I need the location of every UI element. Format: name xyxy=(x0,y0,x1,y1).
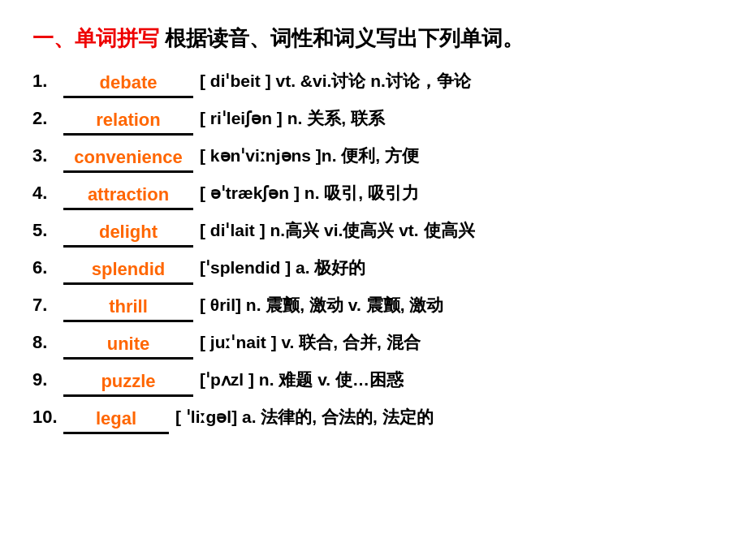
blank-word: relation xyxy=(63,106,193,136)
definition: [ˈpʌzl ] n. 难题 v. 使…困惑 xyxy=(200,367,715,393)
word-item: 5.delight[ diˈlait ] n.高兴 vi.使高兴 vt. 使高兴 xyxy=(32,217,715,246)
item-number: 2. xyxy=(32,105,63,131)
title-highlighted: 单词拼写 xyxy=(75,26,159,50)
item-number: 8. xyxy=(32,329,63,355)
word-item: 1.debate[ diˈbeit ] vt. &vi.讨论 n.讨论，争论 xyxy=(32,67,715,97)
word-item: 6.splendid[ˈsplendid ] a. 极好的 xyxy=(32,254,715,283)
word-list: 1.debate[ diˈbeit ] vt. &vi.讨论 n.讨论，争论2.… xyxy=(32,67,715,433)
definition: [ diˈbeit ] vt. &vi.讨论 n.讨论，争论 xyxy=(200,68,715,94)
blank-word: legal xyxy=(63,405,169,434)
item-number: 3. xyxy=(32,142,63,169)
item-number: 7. xyxy=(32,291,63,318)
definition: [ kənˈviːnjəns ]n. 便利, 方便 xyxy=(200,143,715,169)
word-item: 7.thrill[ θril] n. 震颤, 激动 v. 震颤, 激动 xyxy=(32,291,715,321)
title-prefix: 一、 xyxy=(32,26,75,50)
blank-word: delight xyxy=(63,218,193,248)
word-item: 10.legal[ ˈliːgəl] a. 法律的, 合法的, 法定的 xyxy=(32,403,715,433)
word-item: 9.puzzle[ˈpʌzl ] n. 难题 v. 使…困惑 xyxy=(32,366,715,395)
definition: [ θril] n. 震颤, 激动 v. 震颤, 激动 xyxy=(200,292,715,318)
blank-word: thrill xyxy=(63,293,193,322)
item-number: 9. xyxy=(32,366,63,393)
blank-word: convenience xyxy=(63,144,193,173)
title-line: 一、单词拼写 根据读音、词性和词义写出下列单词。 xyxy=(32,24,715,53)
word-item: 2.relation[ riˈleiʃən ] n. 关系, 联系 xyxy=(32,105,715,134)
item-number: 5. xyxy=(32,217,63,243)
definition: [ ˈliːgəl] a. 法律的, 合法的, 法定的 xyxy=(175,404,715,430)
title-rest: 根据读音、词性和词义写出下列单词。 xyxy=(159,26,524,50)
item-number: 10. xyxy=(32,403,63,430)
blank-word: splendid xyxy=(63,256,193,285)
definition: [ diˈlait ] n.高兴 vi.使高兴 vt. 使高兴 xyxy=(200,218,715,243)
blank-word: attraction xyxy=(63,181,193,210)
definition: [ riˈleiʃən ] n. 关系, 联系 xyxy=(200,106,715,131)
word-item: 3.convenience[ kənˈviːnjəns ]n. 便利, 方便 xyxy=(32,142,715,171)
item-number: 6. xyxy=(32,254,63,281)
blank-word: unite xyxy=(63,330,193,360)
word-item: 4.attraction[ əˈtrækʃən ] n. 吸引, 吸引力 xyxy=(32,179,715,209)
definition: [ juːˈnait ] v. 联合, 合并, 混合 xyxy=(200,330,715,355)
blank-word: puzzle xyxy=(63,368,193,397)
item-number: 4. xyxy=(32,179,63,206)
definition: [ˈsplendid ] a. 极好的 xyxy=(200,255,715,281)
definition: [ əˈtrækʃən ] n. 吸引, 吸引力 xyxy=(200,180,715,206)
word-item: 8.unite[ juːˈnait ] v. 联合, 合并, 混合 xyxy=(32,329,715,358)
item-number: 1. xyxy=(32,67,63,94)
blank-word: debate xyxy=(63,69,193,98)
